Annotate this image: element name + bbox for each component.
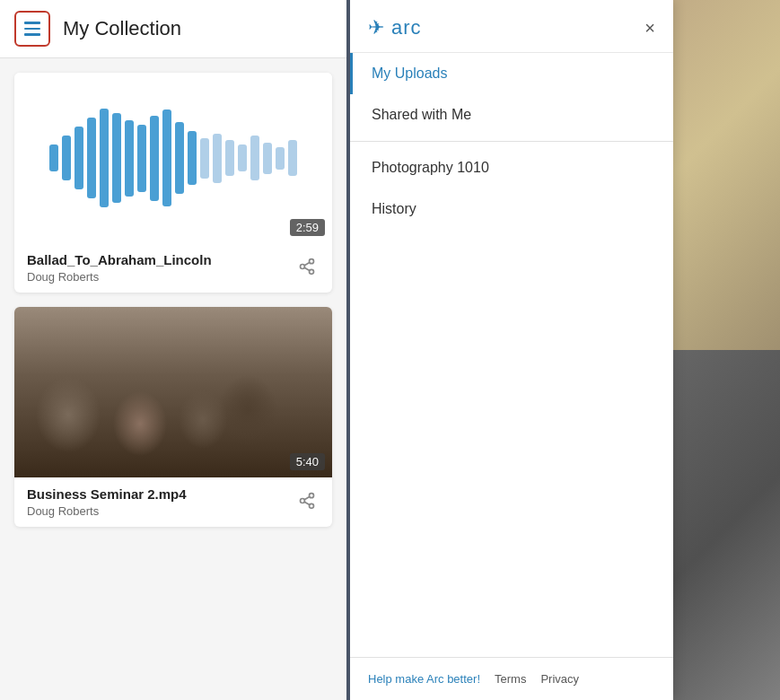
video-duration-badge: 5:40 [290,453,325,470]
arc-nav-photography-1010[interactable]: Photography 1010 [350,147,673,188]
hamburger-line-3 [24,33,40,36]
audio-duration-badge: 2:59 [290,219,325,236]
arc-nav-divider [350,141,673,142]
arc-name: arc [391,16,422,39]
audio-waveform[interactable] [14,73,332,243]
audio-card-title: Ballad_To_Abraham_Lincoln [27,252,294,267]
waveform-bar [112,113,121,203]
waveform-bar [250,136,259,180]
waveform-bar [137,125,146,192]
waveform-bar [49,144,58,171]
cards-container: 2:59 Ballad_To_Abraham_Lincoln Doug Robe… [0,58,346,541]
waveform-bar [87,118,96,198]
main-container: My Collection 2:59 Ballad_To_Abraham_Lin… [0,0,780,700]
waveform-bar [188,131,197,185]
svg-line-9 [304,496,310,499]
waveform-bar [276,147,285,170]
audio-card-author: Doug Roberts [27,270,294,284]
arc-nav-shared-with-me[interactable]: Shared with Me [350,94,673,136]
waveform-bar [213,134,222,183]
waveform-bar [62,136,71,180]
arc-navigation: My Uploads Shared with Me Photography 10… [350,53,673,657]
arc-header: ✈ arc × [350,0,673,53]
arc-nav-history[interactable]: History [350,188,673,230]
left-panel: My Collection 2:59 Ballad_To_Abraham_Lin… [0,0,350,700]
card-media-video[interactable]: 5:40 [14,307,332,477]
waveform-bar [162,109,171,206]
arc-logo: ✈ arc [368,16,422,39]
waveform-bars [49,104,297,212]
page-title: My Collection [63,17,181,40]
waveform-bar [150,116,159,201]
audio-card-info: Ballad_To_Abraham_Lincoln Doug Roberts [14,243,332,293]
svg-line-4 [304,262,310,265]
arc-nav-my-uploads[interactable]: My Uploads [350,53,673,94]
arc-close-button[interactable]: × [644,19,655,37]
video-share-icon[interactable] [294,488,320,518]
video-card-text: Business Seminar 2.mp4 Doug Roberts [27,486,294,518]
media-card-video: 5:40 Business Seminar 2.mp4 Doug Roberts [14,307,332,527]
video-thumbnail [14,307,332,477]
waveform-bar [100,109,109,207]
right-panel: Time Lapse Vid Time Lapse Vid ✈ arc × My [350,0,780,700]
waveform-bar [74,127,83,189]
hamburger-button[interactable] [14,11,50,47]
arc-help-link[interactable]: Help make Arc better! [368,672,480,686]
video-card-info: Business Seminar 2.mp4 Doug Roberts [14,477,332,527]
arc-icon: ✈ [368,16,384,39]
waveform-bar [125,120,134,197]
waveform-bar [225,140,234,176]
video-card-title: Business Seminar 2.mp4 [27,486,294,502]
arc-footer: Help make Arc better! Terms Privacy [350,657,673,700]
svg-line-3 [304,267,310,270]
arc-modal: ✈ arc × My Uploads Shared with Me Photog… [350,0,673,700]
waveform-bar [175,122,184,194]
hamburger-line-1 [24,22,40,24]
video-card-author: Doug Roberts [27,504,294,518]
arc-privacy-link[interactable]: Privacy [540,672,579,686]
card-media-audio[interactable]: 2:59 [14,73,332,243]
arc-terms-link[interactable]: Terms [495,672,526,686]
waveform-bar [200,138,209,179]
audio-card-text: Ballad_To_Abraham_Lincoln Doug Roberts [27,252,294,284]
media-card-audio: 2:59 Ballad_To_Abraham_Lincoln Doug Robe… [14,73,332,293]
svg-line-8 [304,502,310,504]
waveform-bar [288,140,297,176]
waveform-bar [263,143,272,174]
left-header: My Collection [0,0,346,58]
waveform-bar [238,144,247,171]
hamburger-line-2 [24,28,40,31]
audio-share-icon[interactable] [294,254,320,284]
